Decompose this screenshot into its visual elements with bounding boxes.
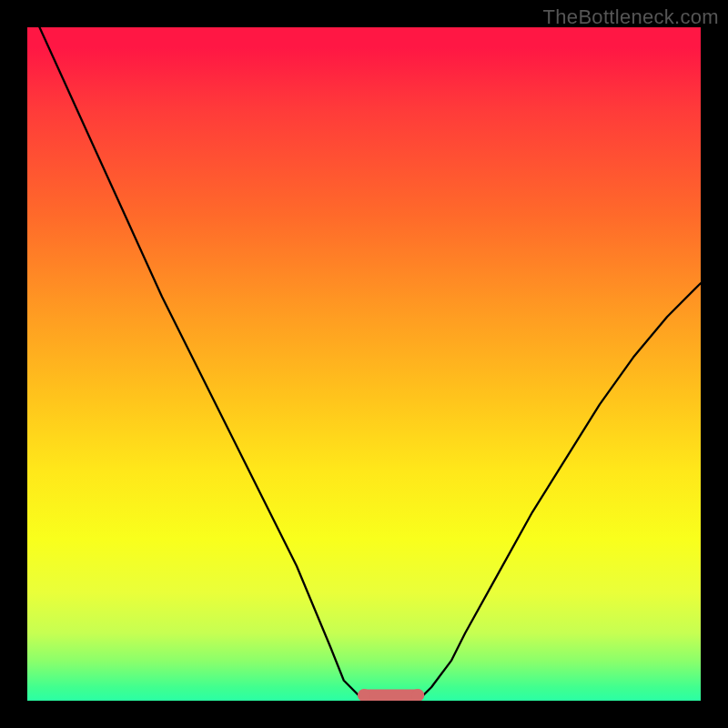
watermark-label: TheBottleneck.com: [543, 5, 719, 29]
chart-frame: TheBottleneck.com: [0, 0, 728, 728]
chart-svg: [27, 27, 701, 701]
plot-area: [27, 27, 701, 701]
bottleneck-curve-line: [27, 27, 701, 701]
